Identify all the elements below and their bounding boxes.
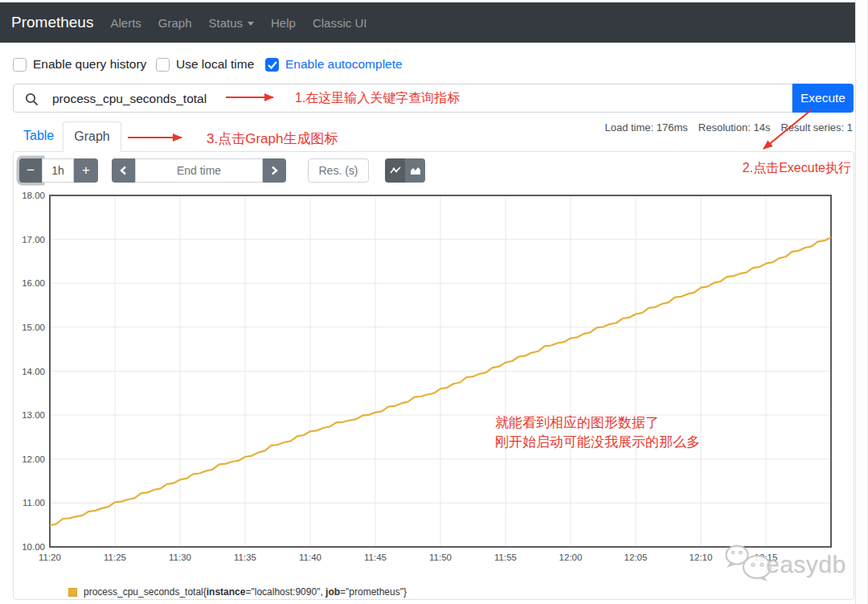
tab-graph[interactable]: Graph [63,121,121,152]
annotation-step3: 3.点击Graph生成图标 [207,129,338,148]
checkbox-autocomplete[interactable]: Enable autocomplete [265,56,403,72]
range-input[interactable]: 1h [42,158,74,183]
checkbox-icon [265,58,279,72]
checkbox-icon [13,58,27,72]
brand[interactable]: Prometheus [11,14,93,31]
nav-help[interactable]: Help [271,16,296,30]
prometheus-app: Prometheus Alerts Graph Status Help Clas… [0,0,868,604]
line-graph-icon [390,166,401,175]
navbar: Prometheus Alerts Graph Status Help Clas… [0,2,855,43]
tab-table[interactable]: Table [23,129,54,143]
search-icon [25,92,39,106]
chevron-left-icon [120,166,127,175]
checkbox-icon [156,58,170,72]
scrollbar[interactable] [855,0,868,604]
resolution-input[interactable]: Res. (s) [308,158,369,183]
nav-classic-ui[interactable]: Classic UI [313,16,367,30]
stacked-graph-toggle-button[interactable] [405,158,425,183]
query-expression: process_cpu_seconds_total [52,92,207,106]
end-time-input[interactable]: End time [135,158,263,183]
range-decrease-button[interactable]: − [19,158,42,183]
nav-status[interactable]: Status [209,16,255,30]
time-back-button[interactable] [112,158,135,183]
resolution: Resolution: 14s [698,121,771,134]
graph-panel [13,151,854,600]
annotation-note: 就能看到相应的图形数据了 刚开始启动可能没我展示的那么多 [495,413,700,452]
chevron-down-icon [248,22,254,26]
legend: process_cpu_seconds_total{instance="loca… [68,586,407,598]
nav-alerts[interactable]: Alerts [110,16,141,30]
annotation-step2: 2.点击Execute执行 [743,160,851,177]
load-time: Load time: 176ms [604,121,687,134]
line-graph-toggle-button[interactable] [385,158,405,183]
checkbox-query-history[interactable]: Enable query history [13,56,146,72]
execute-button[interactable]: Execute [792,84,854,113]
nav-graph[interactable]: Graph [158,16,192,30]
stacked-graph-icon [410,166,421,175]
chevron-right-icon [271,166,278,175]
query-stats: Load time: 176ms Resolution: 14s Result … [604,121,853,134]
annotation-step1: 1.在这里输入关键字查询指标 [295,90,460,107]
legend-label: process_cpu_seconds_total{instance="loca… [84,586,407,598]
result-series: Result series: 1 [780,121,853,134]
checkbox-local-time[interactable]: Use local time [156,56,254,72]
time-forward-button[interactable] [263,158,286,183]
range-increase-button[interactable]: + [74,158,98,183]
legend-swatch[interactable] [68,588,77,597]
watermark-text: easydb [766,551,846,578]
